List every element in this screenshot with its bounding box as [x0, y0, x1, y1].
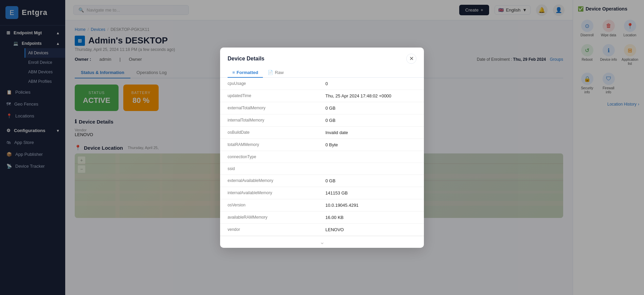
formatted-icon: ≡: [232, 70, 235, 75]
row-key: vendor: [220, 223, 318, 236]
table-row: internalTotalMemory0 GB: [220, 114, 424, 126]
row-key: totalRAMMemory: [220, 139, 318, 151]
row-value: 10.0.19045.4291: [318, 199, 424, 211]
table-row: ssid: [220, 163, 424, 174]
row-value: LENOVO: [318, 223, 424, 236]
row-key: availableRAMMemory: [220, 211, 318, 223]
raw-icon: 📄: [268, 70, 273, 75]
detail-table: cpuUsage0updatedTimeThu, 25 Apr 2024 17:…: [220, 78, 424, 236]
formatted-label: Formatted: [237, 70, 258, 75]
table-row: externalAvailableMemory0 GB: [220, 174, 424, 187]
row-value: [318, 151, 424, 163]
modal-tab-formatted[interactable]: ≡ Formatted: [228, 68, 263, 78]
modal-overlay[interactable]: Device Details ✕ ≡ Formatted 📄 Raw cpuUs…: [0, 0, 644, 295]
modal-close-button[interactable]: ✕: [406, 54, 416, 64]
row-key: updatedTime: [220, 90, 318, 102]
row-value: Invalid date: [318, 126, 424, 139]
row-key: connectionType: [220, 151, 318, 163]
table-row: availableRAMMemory16.00 KB: [220, 211, 424, 223]
modal-tabs: ≡ Formatted 📄 Raw: [220, 64, 424, 78]
row-key: internalTotalMemory: [220, 114, 318, 126]
row-value: [318, 163, 424, 174]
row-value: 141153 GB: [318, 187, 424, 199]
modal-header: Device Details ✕: [220, 48, 424, 64]
row-key: osVersion: [220, 199, 318, 211]
table-row: vendorLENOVO: [220, 223, 424, 236]
modal-scroll-indicator: ⌄: [220, 236, 424, 248]
table-row: totalRAMMemory0 Byte: [220, 139, 424, 151]
table-row: connectionType: [220, 151, 424, 163]
row-key: osBuildDate: [220, 126, 318, 139]
table-row: externalTotalMemory0 GB: [220, 102, 424, 114]
row-key: externalAvailableMemory: [220, 174, 318, 187]
table-row: updatedTimeThu, 25 Apr 2024 17:48:02 +00…: [220, 90, 424, 102]
row-key: cpuUsage: [220, 78, 318, 90]
row-value: 0 GB: [318, 102, 424, 114]
row-key: internalAvailableMemory: [220, 187, 318, 199]
row-value: Thu, 25 Apr 2024 17:48:02 +0000: [318, 90, 424, 102]
table-row: osBuildDateInvalid date: [220, 126, 424, 139]
table-row: internalAvailableMemory141153 GB: [220, 187, 424, 199]
table-row: cpuUsage0: [220, 78, 424, 90]
modal-body: cpuUsage0updatedTimeThu, 25 Apr 2024 17:…: [220, 78, 424, 236]
modal-device-details: Device Details ✕ ≡ Formatted 📄 Raw cpuUs…: [220, 48, 424, 248]
raw-label: Raw: [275, 70, 284, 75]
row-value: 0 GB: [318, 114, 424, 126]
table-row: osVersion10.0.19045.4291: [220, 199, 424, 211]
row-key: externalTotalMemory: [220, 102, 318, 114]
row-value: 0 Byte: [318, 139, 424, 151]
row-value: 0 GB: [318, 174, 424, 187]
modal-table-body: cpuUsage0updatedTimeThu, 25 Apr 2024 17:…: [220, 78, 424, 236]
modal-title: Device Details: [228, 56, 265, 62]
modal-tab-raw[interactable]: 📄 Raw: [263, 68, 288, 78]
row-value: 16.00 KB: [318, 211, 424, 223]
row-value: 0: [318, 78, 424, 90]
row-key: ssid: [220, 163, 318, 174]
